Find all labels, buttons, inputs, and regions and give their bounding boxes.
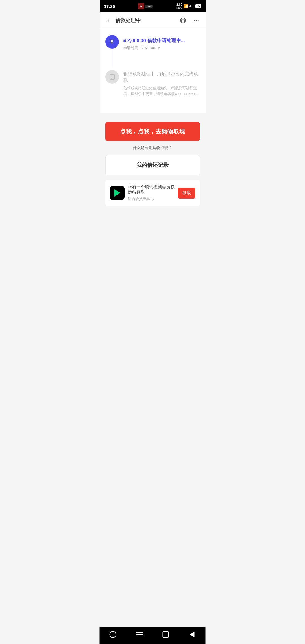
page-title: 借款处理中: [116, 17, 178, 24]
nav-actions: ···: [178, 16, 201, 25]
status-bar: 17:26 汉 Soul 2.60 MB/S 📶 4G 86: [100, 0, 206, 12]
battery-icon: 86: [195, 4, 201, 8]
svg-rect-2: [184, 20, 185, 22]
main-content: ¥ ¥ 2,000.00 借款申请处理中... 申请时间：2021-06-26: [100, 28, 206, 113]
timeline-subtitle-1: 申请时间：2021-06-26: [123, 45, 200, 51]
back-arrow-icon: ‹: [108, 17, 110, 23]
timeline-content-1: ¥ 2,000.00 借款申请处理中... 申请时间：2021-06-26: [123, 35, 200, 68]
timeline-icon-primary: ¥: [105, 35, 119, 49]
svg-rect-1: [181, 20, 182, 22]
document-icon: [109, 73, 116, 80]
headset-icon: [180, 17, 186, 24]
tencent-logo: [110, 186, 125, 200]
whats-installment-link[interactable]: 什么是分期购物取现？: [133, 145, 172, 151]
more-button[interactable]: ···: [192, 16, 201, 25]
timeline-content-2: 银行放款处理中，预计1小时内完成放款 借款成功将通过短信通知您，稍后您可进行查看…: [123, 70, 200, 97]
gray-section: 点我，点我，去购物取现 什么是分期购物取现？ 我的借还记录 您有一个腾讯视频会员…: [100, 113, 206, 212]
nav-bar: ‹ 借款处理中 ···: [100, 12, 206, 28]
timeline-title-2: 银行放款处理中，预计1小时内完成放款: [123, 71, 200, 83]
timeline-left-2: [105, 70, 119, 97]
customer-service-button[interactable]: [178, 16, 188, 25]
promo-title: 您有一个腾讯视频会员权益待领取: [128, 184, 175, 195]
timeline-title-1: ¥ 2,000.00 借款申请处理中...: [123, 37, 200, 44]
timeline-left-1: ¥: [105, 35, 119, 68]
timeline-item-2: 银行放款处理中，预计1小时内完成放款 借款成功将通过短信通知您，稍后您可进行查看…: [105, 70, 200, 97]
status-icons-right: 2.60 MB/S 📶 4G 86: [176, 3, 201, 10]
signal-icon: 4G: [189, 4, 194, 8]
timeline-icon-secondary: [105, 70, 119, 84]
app-icons: 汉 Soul: [138, 3, 153, 9]
svg-rect-3: [110, 74, 114, 79]
promo-card: 您有一个腾讯视频会员权益待领取 钻石会员专享礼 领取: [105, 180, 200, 206]
borrow-record-button[interactable]: 我的借还记录: [105, 155, 200, 175]
claim-button[interactable]: 领取: [178, 188, 195, 199]
extra-space: [100, 212, 206, 234]
promo-subtitle: 钻石会员专享礼: [128, 196, 175, 201]
svg-point-0: [180, 18, 186, 23]
soul-icon: Soul: [145, 5, 153, 8]
timeline: ¥ ¥ 2,000.00 借款申请处理中... 申请时间：2021-06-26: [105, 35, 200, 97]
back-button[interactable]: ‹: [104, 16, 113, 25]
tencent-play-icon: [114, 189, 121, 197]
promo-text: 您有一个腾讯视频会员权益待领取 钻石会员专享礼: [128, 184, 175, 201]
app-icon-1: 汉: [138, 3, 144, 9]
wifi-icon: 📶: [184, 4, 188, 8]
speed-indicator: 2.60 MB/S: [176, 3, 182, 10]
status-time: 17:26: [104, 4, 115, 9]
timeline-desc-2: 借款成功将通过短信通知您，稍后您可进行查看，届时仍未更新，请致电客服4001-0…: [123, 85, 200, 97]
timeline-connector: [112, 50, 112, 67]
shopping-cash-button[interactable]: 点我，点我，去购物取现: [105, 122, 200, 141]
timeline-item-1: ¥ ¥ 2,000.00 借款申请处理中... 申请时间：2021-06-26: [105, 35, 200, 68]
